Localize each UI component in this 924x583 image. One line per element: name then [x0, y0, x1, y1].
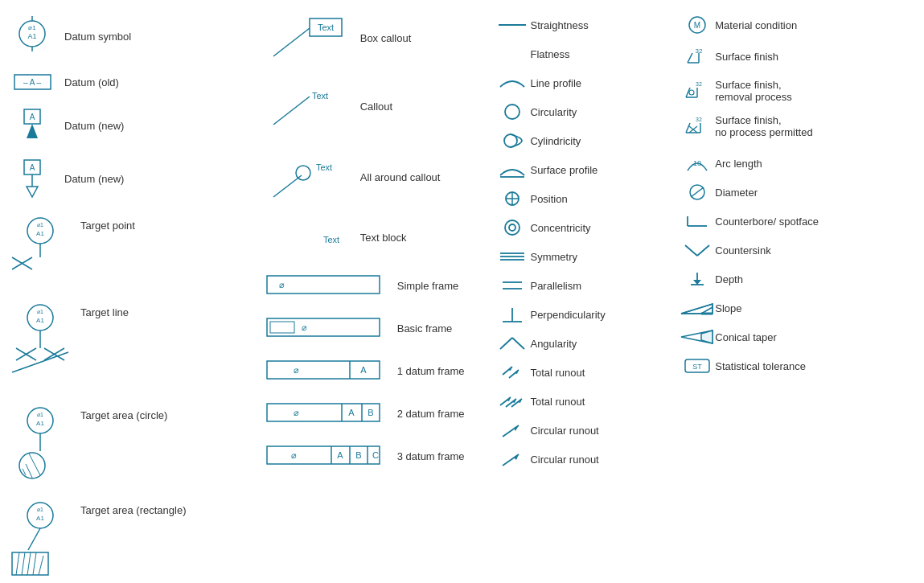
svg-line-43: [22, 552, 25, 575]
svg-text:A: A: [360, 365, 367, 375]
svg-line-42: [16, 552, 19, 575]
svg-text:B: B: [368, 408, 373, 417]
surface-finish-row: 32 Surface finish: [679, 45, 920, 68]
circularity-label: Circularity: [530, 106, 577, 118]
svg-point-53: [296, 166, 310, 180]
target-line-row: ⌀1 A1 Target line: [8, 300, 249, 388]
parallelism-icon: [494, 277, 530, 294]
svg-text:10: 10: [693, 159, 701, 167]
target-point-label: Target point: [80, 220, 135, 232]
surface-finish-no-process-label2: no process permitted: [715, 126, 812, 138]
svg-text:32: 32: [696, 117, 702, 122]
svg-text:ST: ST: [692, 363, 702, 371]
perpendicularity-row: Perpendicularity: [494, 306, 671, 323]
material-condition-label: Material condition: [715, 19, 797, 31]
position-label: Position: [530, 193, 567, 205]
basic-frame-icon: ⌀: [265, 316, 386, 341]
diameter-icon: [679, 183, 715, 201]
circularity-icon: [494, 103, 530, 121]
perpendicularity-label: Perpendicularity: [530, 309, 605, 321]
box-callout-icon: Text: [265, 16, 346, 60]
datum-new1-icon: A: [8, 108, 56, 144]
total-runout1-row: Total runout: [494, 363, 671, 381]
surface-finish-label: Surface finish: [715, 51, 778, 63]
svg-text:A: A: [348, 408, 355, 417]
one-datum-frame-row: ⌀ A 1 datum frame: [265, 359, 483, 384]
material-condition-icon: M: [679, 16, 715, 34]
datum-old-row: – A – Datum (old): [8, 71, 249, 93]
statistical-tolerance-icon: ST: [679, 357, 715, 375]
circular-runout1-icon: [494, 421, 530, 439]
main-container: ⌀1 A1 Datum symbol – A – Datum (old) A: [0, 0, 924, 583]
total-runout2-icon: [494, 392, 530, 410]
concentricity-icon: [494, 219, 530, 236]
angularity-label: Angularity: [530, 338, 577, 350]
simple-frame-icon: ⌀: [265, 273, 386, 298]
svg-text:A1: A1: [36, 230, 44, 237]
svg-text:⌀: ⌀: [293, 408, 298, 417]
target-line-label: Target line: [80, 306, 129, 318]
svg-text:Text: Text: [312, 91, 328, 101]
svg-text:⌀1: ⌀1: [28, 24, 36, 31]
target-line-icon: ⌀1 A1: [8, 300, 72, 388]
datum-column: ⌀1 A1 Datum symbol – A – Datum (old) A: [0, 8, 257, 583]
datum-old-icon: – A –: [8, 71, 56, 93]
surface-finish-no-process-row: 32 Surface finish, no process permitted: [679, 114, 920, 138]
two-datum-frame-icon: ⌀ A B: [265, 401, 386, 426]
datum-symbol-label: Datum symbol: [64, 31, 131, 43]
circular-runout1-row: Circular runout: [494, 421, 671, 439]
symmetry-row: Symmetry: [494, 248, 671, 265]
svg-text:⌀: ⌀: [293, 365, 298, 375]
surface-finish-removal-icon: 32: [679, 80, 715, 102]
svg-line-106: [511, 399, 522, 407]
total-runout1-icon: [494, 363, 530, 381]
straightness-icon: [494, 16, 530, 34]
svg-line-44: [27, 552, 31, 575]
svg-text:A1: A1: [27, 32, 36, 40]
simple-frame-label: Simple frame: [397, 280, 459, 292]
surface-finish-no-process-label: Surface finish,: [715, 114, 812, 126]
svg-line-46: [39, 556, 43, 575]
three-datum-frame-label: 3 datum frame: [397, 450, 465, 462]
material-condition-row: M Material condition: [679, 16, 920, 34]
perpendicularity-icon: [494, 306, 530, 323]
surface-finish-icon: 32: [679, 45, 715, 68]
statistical-tolerance-row: ST Statistical tolerance: [679, 357, 920, 375]
surface-finish-removal-row: 32 Surface finish, removal process: [679, 79, 920, 103]
svg-text:A1: A1: [36, 317, 44, 324]
callout-label: Callout: [360, 101, 392, 113]
counterbore-row: Counterbore/ spotface: [679, 212, 920, 230]
svg-point-122: [689, 90, 694, 95]
target-area-rect-icon: ⌀1 A1: [8, 498, 72, 582]
svg-rect-65: [267, 404, 380, 421]
box-callout-row: Text Box callout: [265, 16, 483, 60]
total-runout2-label: Total runout: [530, 396, 585, 408]
circularity-row: Circularity: [494, 103, 671, 121]
parallelism-label: Parallelism: [530, 280, 581, 292]
surface-finish-removal-label2: removal process: [715, 91, 791, 103]
callout-icon: Text: [265, 84, 346, 129]
position-row: Position: [494, 190, 671, 207]
diameter-row: Diameter: [679, 183, 920, 201]
arc-length-icon: 10: [679, 154, 715, 172]
conical-taper-label: Conical taper: [715, 331, 777, 343]
surface-profile-row: Surface profile: [494, 161, 671, 179]
conical-taper-row: Conical taper: [679, 328, 920, 346]
one-datum-frame-label: 1 datum frame: [397, 365, 465, 377]
slope-label: Slope: [715, 302, 741, 314]
basic-frame-row: ⌀ Basic frame: [265, 316, 483, 341]
counterbore-icon: [679, 212, 715, 230]
svg-rect-58: [267, 318, 380, 336]
svg-text:A: A: [29, 163, 35, 172]
datum-new2-row: A Datum (new): [8, 158, 249, 199]
svg-point-87: [505, 220, 519, 235]
svg-text:⌀1: ⌀1: [37, 222, 43, 228]
svg-line-36: [29, 454, 40, 475]
svg-point-88: [509, 224, 515, 231]
svg-text:⌀: ⌀: [278, 280, 284, 289]
countersink-row: Countersink: [679, 241, 920, 259]
datum-symbol-row: ⌀1 A1 Datum symbol: [8, 16, 249, 56]
svg-line-116: [688, 53, 692, 63]
statistical-tolerance-label: Statistical tolerance: [715, 360, 806, 372]
diameter-label: Diameter: [715, 187, 758, 199]
